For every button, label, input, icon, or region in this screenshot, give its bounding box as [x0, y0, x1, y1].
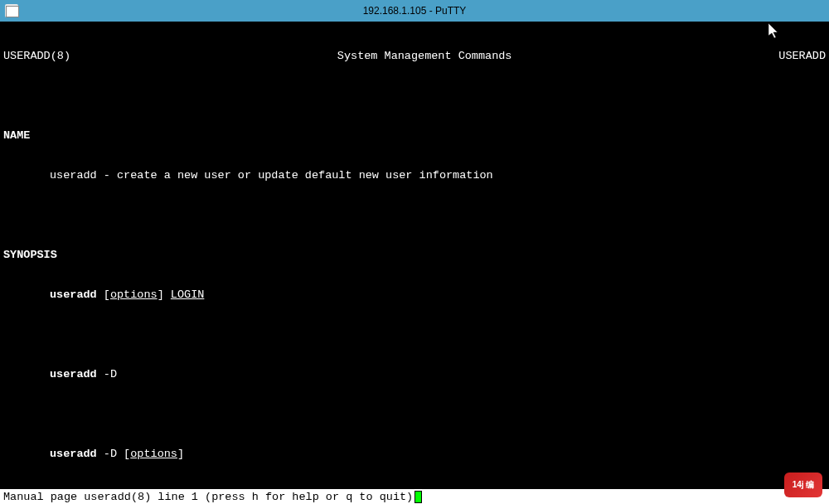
synopsis-line-3: useradd -D [options] — [50, 448, 826, 461]
man-status-line[interactable]: Manual page useradd(8) line 1 (press h f… — [0, 489, 829, 504]
man-header-row: USERADD(8) System Management Commands US… — [3, 50, 826, 63]
name-line: useradd - create a new user or update de… — [50, 169, 826, 182]
window-titlebar[interactable]: 192.168.1.105 - PuTTY — [0, 0, 829, 22]
putty-icon — [5, 4, 18, 17]
man-header-center: System Management Commands — [337, 50, 512, 63]
synopsis-line-1: useradd [options] LOGIN — [50, 288, 826, 302]
window-title: 192.168.1.105 - PuTTY — [363, 5, 467, 17]
section-synopsis: SYNOPSIS — [3, 249, 826, 262]
terminal-output[interactable]: USERADD(8) System Management Commands US… — [0, 22, 829, 489]
man-header-left: USERADD(8) — [3, 50, 70, 63]
man-header-right: USERADD — [778, 50, 826, 63]
status-text: Manual page useradd(8) line 1 (press h f… — [3, 491, 413, 503]
synopsis-line-2: useradd -D — [50, 368, 826, 381]
watermark-badge: 14j 编 — [784, 472, 822, 497]
section-name: NAME — [3, 129, 826, 143]
terminal-cursor — [414, 491, 422, 503]
